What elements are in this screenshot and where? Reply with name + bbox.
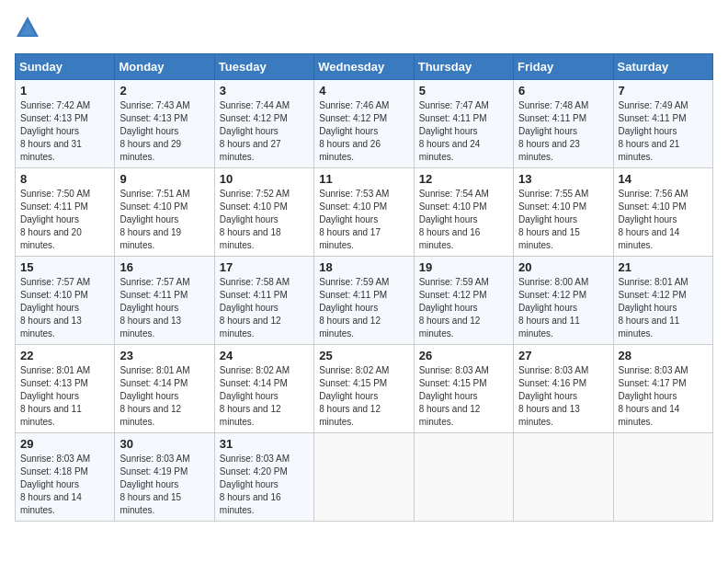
cell-info: Sunrise: 7:46 AMSunset: 4:12 PMDaylight … bbox=[319, 100, 389, 162]
day-number: 16 bbox=[119, 260, 209, 274]
calendar-cell: 15Sunrise: 7:57 AMSunset: 4:10 PMDayligh… bbox=[16, 257, 115, 345]
calendar-cell: 19Sunrise: 7:59 AMSunset: 4:12 PMDayligh… bbox=[414, 257, 513, 345]
calendar-cell: 11Sunrise: 7:53 AMSunset: 4:10 PMDayligh… bbox=[314, 168, 414, 257]
day-number: 23 bbox=[119, 349, 209, 362]
cell-info: Sunrise: 8:02 AMSunset: 4:15 PMDaylight … bbox=[319, 365, 389, 427]
cell-info: Sunrise: 7:47 AMSunset: 4:11 PMDaylight … bbox=[419, 100, 489, 162]
day-of-week-header: Friday bbox=[514, 54, 613, 80]
calendar-cell: 28Sunrise: 8:03 AMSunset: 4:17 PMDayligh… bbox=[613, 345, 712, 433]
cell-info: Sunrise: 7:50 AMSunset: 4:11 PMDaylight … bbox=[20, 189, 90, 250]
calendar-cell: 22Sunrise: 8:01 AMSunset: 4:13 PMDayligh… bbox=[16, 345, 115, 433]
day-number: 19 bbox=[419, 260, 508, 274]
calendar-cell: 30Sunrise: 8:03 AMSunset: 4:19 PMDayligh… bbox=[115, 433, 214, 522]
day-number: 28 bbox=[619, 349, 708, 362]
day-number: 15 bbox=[20, 260, 109, 274]
day-number: 2 bbox=[119, 84, 209, 98]
day-of-week-header: Wednesday bbox=[314, 54, 414, 80]
day-number: 3 bbox=[220, 84, 309, 98]
day-number: 4 bbox=[319, 84, 408, 98]
day-number: 13 bbox=[518, 172, 608, 186]
calendar-table: SundayMondayTuesdayWednesdayThursdayFrid… bbox=[15, 53, 713, 522]
day-number: 24 bbox=[220, 349, 309, 362]
cell-info: Sunrise: 7:56 AMSunset: 4:10 PMDaylight … bbox=[619, 189, 688, 250]
cell-info: Sunrise: 7:57 AMSunset: 4:10 PMDaylight … bbox=[20, 277, 90, 339]
cell-info: Sunrise: 8:02 AMSunset: 4:14 PMDaylight … bbox=[220, 365, 290, 427]
day-of-week-header: Thursday bbox=[414, 54, 513, 80]
calendar-cell: 16Sunrise: 7:57 AMSunset: 4:11 PMDayligh… bbox=[115, 257, 214, 345]
calendar-week-row: 8Sunrise: 7:50 AMSunset: 4:11 PMDaylight… bbox=[16, 168, 713, 257]
calendar-cell: 2Sunrise: 7:43 AMSunset: 4:13 PMDaylight… bbox=[115, 80, 214, 168]
calendar-cell: 17Sunrise: 7:58 AMSunset: 4:11 PMDayligh… bbox=[214, 257, 313, 345]
day-number: 22 bbox=[20, 349, 109, 362]
day-number: 27 bbox=[518, 349, 608, 362]
calendar-cell: 5Sunrise: 7:47 AMSunset: 4:11 PMDaylight… bbox=[414, 80, 513, 168]
cell-info: Sunrise: 7:43 AMSunset: 4:13 PMDaylight … bbox=[119, 100, 189, 162]
calendar-cell: 10Sunrise: 7:52 AMSunset: 4:10 PMDayligh… bbox=[214, 168, 313, 257]
cell-info: Sunrise: 8:01 AMSunset: 4:12 PMDaylight … bbox=[619, 277, 688, 339]
logo-icon bbox=[15, 15, 40, 44]
calendar-week-row: 22Sunrise: 8:01 AMSunset: 4:13 PMDayligh… bbox=[16, 345, 713, 433]
calendar-cell bbox=[414, 433, 513, 522]
day-number: 31 bbox=[220, 437, 309, 451]
day-number: 10 bbox=[220, 172, 309, 186]
cell-info: Sunrise: 8:01 AMSunset: 4:14 PMDaylight … bbox=[119, 365, 189, 427]
calendar-header-row: SundayMondayTuesdayWednesdayThursdayFrid… bbox=[16, 54, 713, 80]
cell-info: Sunrise: 8:01 AMSunset: 4:13 PMDaylight … bbox=[20, 365, 90, 427]
calendar-cell: 18Sunrise: 7:59 AMSunset: 4:11 PMDayligh… bbox=[314, 257, 414, 345]
calendar-cell: 26Sunrise: 8:03 AMSunset: 4:15 PMDayligh… bbox=[414, 345, 513, 433]
calendar-cell: 24Sunrise: 8:02 AMSunset: 4:14 PMDayligh… bbox=[214, 345, 313, 433]
cell-info: Sunrise: 8:03 AMSunset: 4:20 PMDaylight … bbox=[220, 454, 290, 515]
calendar-cell: 3Sunrise: 7:44 AMSunset: 4:12 PMDaylight… bbox=[214, 80, 313, 168]
logo bbox=[15, 15, 44, 44]
cell-info: Sunrise: 7:54 AMSunset: 4:10 PMDaylight … bbox=[419, 189, 489, 250]
calendar-cell: 21Sunrise: 8:01 AMSunset: 4:12 PMDayligh… bbox=[613, 257, 712, 345]
cell-info: Sunrise: 8:03 AMSunset: 4:18 PMDaylight … bbox=[20, 454, 90, 515]
calendar-cell: 20Sunrise: 8:00 AMSunset: 4:12 PMDayligh… bbox=[514, 257, 613, 345]
day-number: 14 bbox=[619, 172, 708, 186]
day-number: 6 bbox=[518, 84, 608, 98]
calendar-week-row: 15Sunrise: 7:57 AMSunset: 4:10 PMDayligh… bbox=[16, 257, 713, 345]
day-number: 7 bbox=[619, 84, 708, 98]
calendar-cell: 6Sunrise: 7:48 AMSunset: 4:11 PMDaylight… bbox=[514, 80, 613, 168]
cell-info: Sunrise: 8:03 AMSunset: 4:17 PMDaylight … bbox=[619, 365, 688, 427]
cell-info: Sunrise: 7:52 AMSunset: 4:10 PMDaylight … bbox=[220, 189, 290, 250]
cell-info: Sunrise: 8:03 AMSunset: 4:19 PMDaylight … bbox=[119, 454, 189, 515]
day-number: 1 bbox=[20, 84, 109, 98]
day-number: 9 bbox=[119, 172, 209, 186]
day-number: 25 bbox=[319, 349, 408, 362]
calendar-cell: 8Sunrise: 7:50 AMSunset: 4:11 PMDaylight… bbox=[16, 168, 115, 257]
cell-info: Sunrise: 7:49 AMSunset: 4:11 PMDaylight … bbox=[619, 100, 688, 162]
calendar-cell bbox=[613, 433, 712, 522]
cell-info: Sunrise: 7:42 AMSunset: 4:13 PMDaylight … bbox=[20, 100, 90, 162]
calendar-cell: 13Sunrise: 7:55 AMSunset: 4:10 PMDayligh… bbox=[514, 168, 613, 257]
calendar-cell: 23Sunrise: 8:01 AMSunset: 4:14 PMDayligh… bbox=[115, 345, 214, 433]
cell-info: Sunrise: 8:00 AMSunset: 4:12 PMDaylight … bbox=[518, 277, 588, 339]
cell-info: Sunrise: 8:03 AMSunset: 4:15 PMDaylight … bbox=[419, 365, 489, 427]
day-number: 5 bbox=[419, 84, 508, 98]
calendar-cell: 7Sunrise: 7:49 AMSunset: 4:11 PMDaylight… bbox=[613, 80, 712, 168]
calendar-cell: 25Sunrise: 8:02 AMSunset: 4:15 PMDayligh… bbox=[314, 345, 414, 433]
calendar-cell: 1Sunrise: 7:42 AMSunset: 4:13 PMDaylight… bbox=[16, 80, 115, 168]
calendar-cell bbox=[314, 433, 414, 522]
day-number: 12 bbox=[419, 172, 508, 186]
cell-info: Sunrise: 7:57 AMSunset: 4:11 PMDaylight … bbox=[119, 277, 189, 339]
day-number: 20 bbox=[518, 260, 608, 274]
cell-info: Sunrise: 7:53 AMSunset: 4:10 PMDaylight … bbox=[319, 189, 389, 250]
day-number: 18 bbox=[319, 260, 408, 274]
calendar-cell: 27Sunrise: 8:03 AMSunset: 4:16 PMDayligh… bbox=[514, 345, 613, 433]
day-of-week-header: Sunday bbox=[16, 54, 115, 80]
page-header bbox=[15, 15, 713, 44]
calendar-cell: 12Sunrise: 7:54 AMSunset: 4:10 PMDayligh… bbox=[414, 168, 513, 257]
cell-info: Sunrise: 7:58 AMSunset: 4:11 PMDaylight … bbox=[220, 277, 290, 339]
day-of-week-header: Monday bbox=[115, 54, 214, 80]
day-number: 30 bbox=[119, 437, 209, 451]
cell-info: Sunrise: 7:59 AMSunset: 4:12 PMDaylight … bbox=[419, 277, 489, 339]
cell-info: Sunrise: 7:59 AMSunset: 4:11 PMDaylight … bbox=[319, 277, 389, 339]
calendar-cell: 31Sunrise: 8:03 AMSunset: 4:20 PMDayligh… bbox=[214, 433, 313, 522]
calendar-cell: 29Sunrise: 8:03 AMSunset: 4:18 PMDayligh… bbox=[16, 433, 115, 522]
calendar-week-row: 1Sunrise: 7:42 AMSunset: 4:13 PMDaylight… bbox=[16, 80, 713, 168]
day-number: 11 bbox=[319, 172, 408, 186]
cell-info: Sunrise: 7:55 AMSunset: 4:10 PMDaylight … bbox=[518, 189, 588, 250]
cell-info: Sunrise: 7:51 AMSunset: 4:10 PMDaylight … bbox=[119, 189, 189, 250]
day-number: 29 bbox=[20, 437, 109, 451]
